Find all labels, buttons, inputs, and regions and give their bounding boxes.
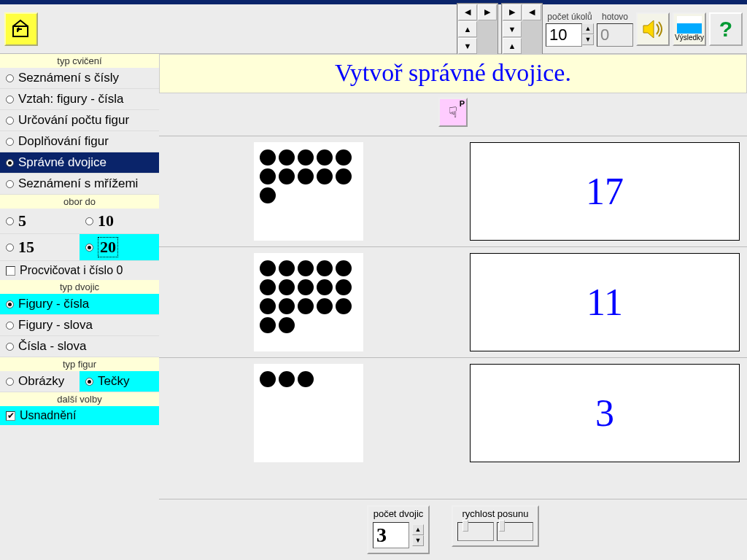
arrow-up2-icon[interactable]: ▲ — [503, 38, 522, 54]
range-header: obor do — [0, 195, 159, 209]
scroll-speed-slider-2[interactable] — [497, 522, 533, 541]
help-button[interactable]: ? — [709, 12, 743, 46]
pointer-mode-button[interactable]: P ☟ — [438, 98, 468, 127]
pair-count-up[interactable]: ▲ — [412, 524, 424, 535]
exercise-option-spravne-dvojice[interactable]: Správné dvojice — [0, 152, 159, 174]
range-option-15[interactable]: 15 — [0, 234, 80, 261]
number-card[interactable]: 17 — [470, 142, 740, 241]
pair-row: 11 — [159, 247, 747, 358]
pair-type-figury-cisla[interactable]: Figury - čísla — [0, 294, 159, 315]
pointer-p-label: P — [460, 99, 465, 108]
figure-type-header: typ figur — [0, 357, 159, 371]
pairs-area: 17 11 3 — [159, 136, 747, 499]
exercise-type-header: typ cvičení — [0, 54, 159, 68]
pair-row: 17 — [159, 136, 747, 247]
range-option-10[interactable]: 10 — [80, 209, 159, 234]
exercise-option-vztah-figury-cisla[interactable]: Vztah: figury - čísla — [0, 89, 159, 110]
dots-card[interactable] — [254, 253, 363, 351]
exercise-option-urcovani-poctu[interactable]: Určování počtu figur — [0, 110, 159, 131]
simplify-checkbox[interactable]: ✔Usnadnění — [0, 406, 159, 425]
arrows-right-group[interactable]: ▶ ◀ ▼ ▲ — [501, 3, 543, 55]
pair-type-figury-slova[interactable]: Figury - slova — [0, 315, 159, 336]
practice-zero-checkbox[interactable]: Procvičovat i číslo 0 — [0, 261, 159, 280]
svg-rect-0 — [13, 26, 28, 36]
pair-type-header: typ dvojic — [0, 280, 159, 294]
number-card[interactable]: 3 — [470, 364, 740, 462]
tasks-count-value[interactable]: 10 — [546, 23, 582, 47]
tasks-count-label: počet úkolů — [547, 12, 592, 22]
pair-count-control: počet dvojic 3 ▲ ▼ — [367, 505, 430, 554]
figure-type-obrazky[interactable]: Obrázky — [0, 371, 80, 392]
results-button[interactable]: Výsledky — [673, 12, 706, 46]
tasks-count-up[interactable]: ▲ — [582, 23, 594, 34]
exercise-option-seznameni-cisly[interactable]: Seznámení s čísly — [0, 68, 159, 89]
pair-count-down[interactable]: ▼ — [412, 535, 424, 546]
pair-count-value[interactable]: 3 — [373, 522, 409, 548]
done-label: hotovo — [602, 12, 628, 22]
arrow-inward-right-icon[interactable]: ▶ — [503, 4, 522, 20]
scroll-speed-label: rychlost posunu — [462, 508, 528, 519]
dots-card[interactable] — [254, 364, 363, 462]
arrow-right-icon[interactable]: ▶ — [478, 4, 497, 20]
arrow-left-icon[interactable]: ◀ — [458, 4, 477, 20]
mouse-pointer-icon: ☟ — [449, 104, 457, 121]
instruction-text: Vytvoř správné dvojice. — [159, 54, 747, 93]
scroll-speed-slider-1[interactable] — [457, 522, 494, 541]
number-card[interactable]: 11 — [470, 253, 740, 351]
back-button[interactable] — [4, 12, 38, 46]
pair-row: 3 — [159, 358, 747, 468]
results-chart-icon — [677, 16, 702, 34]
scroll-speed-control: rychlost posunu — [452, 505, 539, 547]
exercise-option-doplnovani-figur[interactable]: Doplňování figur — [0, 131, 159, 152]
results-label: Výsledky — [675, 34, 704, 42]
other-options-header: další volby — [0, 392, 159, 406]
exercise-option-seznameni-mrizemi[interactable]: Seznámení s mřížemi — [0, 174, 159, 195]
arrow-down2-icon[interactable]: ▼ — [503, 21, 522, 37]
arrow-down-icon[interactable]: ▼ — [458, 38, 477, 54]
sound-button[interactable] — [636, 12, 670, 46]
arrow-inward-left-icon[interactable]: ◀ — [522, 4, 541, 20]
done-value: 0 — [597, 23, 633, 47]
pair-count-label: počet dvojic — [374, 508, 424, 519]
arrow-up-icon[interactable]: ▲ — [458, 21, 477, 37]
figure-type-tecky[interactable]: Tečky — [80, 371, 159, 392]
tasks-count-down[interactable]: ▼ — [582, 34, 594, 45]
arrows-left-group[interactable]: ◀ ▶ ▲ ▼ — [457, 3, 498, 55]
range-option-5[interactable]: 5 — [0, 209, 80, 234]
pair-type-cisla-slova[interactable]: Čísla - slova — [0, 336, 159, 357]
range-option-20[interactable]: 20 — [80, 234, 159, 261]
dots-card[interactable] — [254, 142, 363, 241]
